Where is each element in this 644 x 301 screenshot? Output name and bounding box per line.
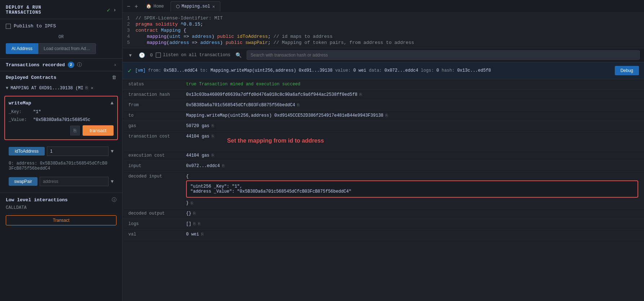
- tab-bar: − + 🏠 Home ⬡ Mapping.sol ✕: [123, 0, 644, 13]
- title-line1: DEPLOY & RUN: [6, 5, 41, 10]
- listen-checkbox[interactable]: [156, 53, 161, 58]
- detail-row-logs: logs [] ⎘ ⎘: [123, 219, 644, 229]
- mapping-tab-label: Mapping.sol: [182, 4, 210, 9]
- detail-key-decoded-input: decoded input: [128, 174, 186, 179]
- detail-row-tx-hash: transaction hash 0x13c03ba46009fd6639a7d…: [123, 90, 644, 100]
- debug-button[interactable]: Debug: [615, 66, 639, 75]
- detail-val-from: 0x5B38Da6a701c568545dCfcB03FcB875f56bedd…: [186, 103, 638, 108]
- trash-icon[interactable]: 🗑: [112, 75, 116, 80]
- code-area: 1 // SPDX-License-Identifier: MIT 2 prag…: [123, 13, 644, 48]
- tx-hash-value: 0x13c03ba46009fd6639a7dffd0d476a018c8c90…: [186, 92, 357, 97]
- publish-checkbox[interactable]: [6, 24, 11, 29]
- gas-copy-icon[interactable]: ⎘: [212, 124, 214, 128]
- listen-label: listen on all transactions: [163, 53, 230, 58]
- low-level-label: Low level interactions: [6, 197, 68, 203]
- at-address-button[interactable]: At Address: [6, 43, 38, 54]
- search-input[interactable]: [247, 50, 640, 60]
- idtoaddress-row: idToAddress ▼: [4, 144, 118, 158]
- code-line-4: 4 mapping(uint => address) public idToAd…: [123, 33, 644, 40]
- detail-val-val: 0 wei ⎘: [186, 232, 638, 237]
- detail-row-gas: gas 50720 gas ⎘: [123, 121, 644, 131]
- to-copy-icon[interactable]: ⎘: [385, 113, 388, 118]
- detail-key-exec-cost: execution cost: [128, 153, 186, 158]
- code-content-5: mapping(address => address) public swapP…: [136, 40, 414, 45]
- key-param-row: _Key: "1": [9, 109, 114, 114]
- detail-key-tx-hash: transaction hash: [128, 92, 186, 97]
- idtoaddress-input[interactable]: [47, 147, 109, 156]
- exec-cost-copy-icon[interactable]: ⎘: [212, 153, 214, 158]
- annotation-text: Set the mapping from id to address: [227, 134, 324, 148]
- transactions-expand-icon[interactable]: ›: [114, 62, 116, 68]
- contract-copy-icon[interactable]: ⎘: [85, 86, 88, 91]
- detail-val-input: 0x072...eddc4 ⎘: [186, 163, 638, 169]
- zoom-out-button[interactable]: −: [125, 3, 132, 10]
- detail-key-gas: gas: [128, 123, 186, 129]
- detail-key-from: from: [128, 103, 186, 108]
- tx-detail: ✓ [vm] from: 0x5B3...eddC4 to: Mapping.w…: [123, 62, 644, 301]
- val-copy-icon[interactable]: ⎘: [201, 232, 204, 237]
- detail-key-input: input: [128, 163, 186, 169]
- detail-row-decoded-input: decoded input { "uint256 _Key": "1", "ad…: [123, 171, 644, 208]
- tx-hash-copy-icon[interactable]: ⎘: [360, 93, 362, 97]
- code-line-2: 2 pragma solidity ^0.8.15;: [123, 21, 644, 27]
- or-divider: OR: [0, 33, 122, 43]
- contract-item: ▼ MAPPING AT 0XD91...39138 (MI ⎘ ✕: [0, 83, 122, 93]
- collapse-icon[interactable]: ▲: [111, 100, 114, 106]
- detail-val-decoded-output: {} ⎘: [186, 211, 638, 216]
- swappair-button[interactable]: swapPair: [9, 177, 38, 186]
- zoom-in-button[interactable]: +: [133, 3, 139, 10]
- detail-row-decoded-output: decoded output {} ⎘: [123, 208, 644, 219]
- tab-close-icon[interactable]: ✕: [212, 4, 215, 9]
- detail-key-status: status: [128, 82, 186, 87]
- deploy-run-header: DEPLOY & RUN TRANSACTIONS ✓ ›: [0, 0, 122, 19]
- home-icon: 🏠: [146, 4, 151, 9]
- detail-val-exec-cost: 44104 gas ⎘: [186, 153, 638, 158]
- transact-bottom-button[interactable]: Transact: [6, 215, 116, 225]
- title-line2: TRANSACTIONS: [6, 10, 41, 15]
- decoded-input-copy-icon[interactable]: ⎘: [191, 201, 193, 206]
- transact-button[interactable]: transact: [83, 125, 114, 136]
- tab-mapping[interactable]: ⬡ Mapping.sol ✕: [171, 1, 220, 12]
- low-level-header: Low level interactions ⓘ: [0, 193, 122, 205]
- tx-toolbar: ▾ 🕐 0 listen on all transactions 🔍: [123, 48, 644, 62]
- idtoaddress-button[interactable]: idToAddress: [9, 147, 45, 156]
- toolbar-clock-icon[interactable]: 🕐: [137, 51, 147, 59]
- detail-val-to: Mapping.writeMap(uint256,address) 0xd914…: [186, 113, 638, 118]
- code-line-3: 3 contract Mapping {: [123, 27, 644, 33]
- input-copy-icon[interactable]: ⎘: [222, 164, 225, 168]
- code-content-1: // SPDX-License-Identifier: MIT: [136, 15, 223, 21]
- decoded-output-copy-icon[interactable]: ⎘: [193, 211, 196, 216]
- expand-icon[interactable]: ›: [113, 7, 116, 13]
- left-panel: DEPLOY & RUN TRANSACTIONS ✓ › Publish to…: [0, 0, 123, 301]
- logs-copy-icon2[interactable]: ⎘: [198, 222, 200, 226]
- toolbar-down-icon[interactable]: ▾: [127, 51, 134, 59]
- detail-row-tx-cost: transaction cost 44104 gas ⎘ Set the map…: [123, 131, 644, 150]
- detail-row-from: from 0x5B38Da6a701c568545dCfcB03FcB875f5…: [123, 100, 644, 111]
- write-map-copy-button[interactable]: ⎘: [70, 126, 80, 135]
- detail-val-tx-cost: 44104 gas ⎘ Set the mapping from id to a…: [186, 134, 638, 148]
- tx-cost-copy-icon[interactable]: ⎘: [212, 134, 214, 139]
- swappair-input[interactable]: [40, 177, 109, 186]
- header-title-row: DEPLOY & RUN TRANSACTIONS ✓ ›: [6, 5, 116, 15]
- decoded-input-brace-close: }: [186, 201, 189, 206]
- detail-key-logs: logs: [128, 221, 186, 226]
- write-map-title: writeMap: [9, 100, 31, 106]
- detail-key-tx-cost: transaction cost: [128, 134, 186, 139]
- line-num-4: 4: [123, 34, 136, 39]
- logs-copy-icon[interactable]: ⎘: [193, 222, 196, 226]
- tab-home[interactable]: 🏠 Home: [141, 1, 169, 11]
- from-copy-icon[interactable]: ⎘: [297, 103, 300, 107]
- key-value: "1": [33, 109, 41, 114]
- contract-close-icon[interactable]: ✕: [91, 85, 93, 91]
- idtoaddress-chevron[interactable]: ▼: [111, 149, 114, 154]
- line-num-1: 1: [123, 15, 136, 21]
- detail-row-status: status true Transaction mined and execut…: [123, 79, 644, 90]
- load-contract-button[interactable]: Load contract from Addre: [38, 43, 96, 54]
- header-icons: ✓ ›: [107, 6, 116, 14]
- tx-cost-value: 44104 gas: [186, 134, 209, 139]
- code-line-1: 1 // SPDX-License-Identifier: MIT: [123, 15, 644, 21]
- swappair-chevron[interactable]: ▼: [111, 179, 114, 184]
- search-icon[interactable]: 🔍: [233, 51, 244, 59]
- deployed-contracts-header: Deployed Contracts 🗑: [0, 71, 122, 83]
- line-num-3: 3: [123, 28, 136, 33]
